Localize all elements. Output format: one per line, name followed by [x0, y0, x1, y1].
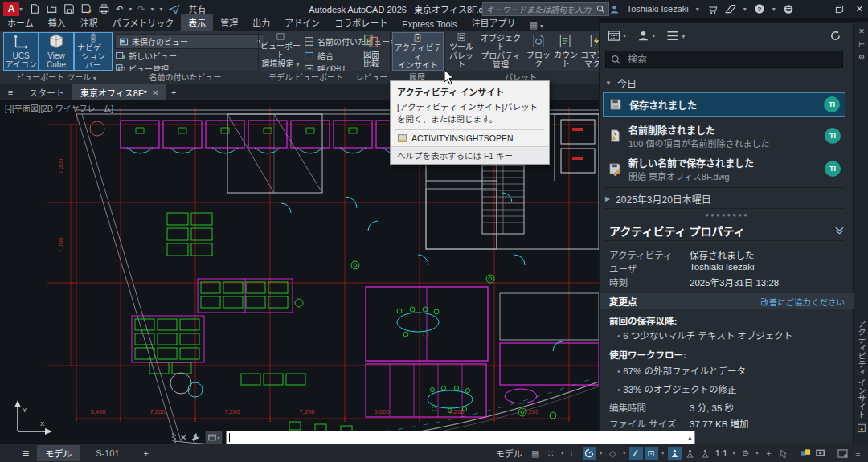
share-icon[interactable] — [169, 4, 180, 14]
properties-palette-button[interactable]: オブジェクトプロパティ管理 — [477, 32, 524, 69]
selection-cycling-toggle[interactable] — [777, 447, 791, 460]
close-palette-icon[interactable]: ✕ — [854, 27, 868, 35]
command-grip-handle[interactable] — [171, 432, 176, 444]
palette-search-box[interactable] — [605, 51, 843, 68]
new-view-button[interactable]: 新しいビュー — [115, 50, 177, 62]
tab-document[interactable]: 東京オフィス8F*✕ — [72, 84, 166, 100]
drawing-compare-button[interactable]: 図面比較 — [356, 32, 387, 69]
close-tab-icon[interactable]: ✕ — [152, 88, 158, 97]
app-menu-chevron-icon[interactable]: ▾ — [19, 6, 23, 13]
ortho-toggle[interactable]: ∟ — [567, 447, 581, 460]
ucs-icon-button[interactable]: UCSアイコン — [3, 32, 39, 71]
share-label[interactable]: 共有 — [189, 2, 207, 15]
join-viewports-button[interactable]: 結合 — [304, 50, 334, 62]
save-icon[interactable] — [63, 3, 75, 14]
palette-search-input[interactable] — [626, 53, 837, 66]
isolate-objects-button[interactable] — [799, 447, 813, 460]
autoscale-toggle[interactable] — [683, 447, 697, 460]
viewport-configuration-button[interactable]: ビューポート環境設定 ▾ — [260, 32, 301, 69]
otrack-toggle[interactable]: ∠ — [629, 447, 643, 460]
new-file-icon[interactable] — [29, 3, 40, 14]
count-palette-button[interactable]: カウント — [553, 32, 579, 69]
user-name[interactable]: Toshiaki Isezaki — [627, 4, 689, 14]
command-input[interactable]: ▲ — [226, 431, 695, 444]
viewcube-button[interactable]: ViewCube — [39, 32, 74, 71]
help-icon[interactable]: ? — [754, 3, 765, 14]
redo-dropdown-icon[interactable]: ▾ — [150, 6, 154, 13]
event-filter-button[interactable]: ▾ — [666, 31, 685, 42]
maximize-button[interactable] — [835, 5, 844, 14]
activity-item-saved-as[interactable]: 新しい名前で保存されました開始 東京オフィス8F.dwg TI — [603, 154, 845, 183]
undo-dropdown-icon[interactable]: ▾ — [129, 6, 132, 13]
scale-dropdown-icon[interactable]: ▾ — [731, 450, 737, 456]
workspace-settings-gear[interactable]: ⚙ — [739, 447, 752, 460]
activity-insights-button[interactable]: アクティビティインサイト — [392, 32, 444, 71]
annotation-scale-value[interactable]: 1:1 — [715, 448, 727, 458]
customization-menu-icon[interactable]: ≡ — [851, 447, 865, 460]
splitter-grip[interactable]: ●●●●●●●● — [600, 211, 854, 219]
tab-insert[interactable]: 挿入 — [41, 14, 73, 31]
avatar[interactable]: TI — [824, 96, 840, 112]
crosshair-toggle[interactable]: + — [762, 447, 776, 460]
autodesk-dropdown-icon[interactable]: ▾ — [743, 6, 747, 13]
snap-dropdown-icon[interactable]: ▾ — [559, 450, 566, 456]
navigation-bar-button[interactable]: ナビゲーションバー — [74, 32, 113, 71]
polar-tracking-toggle[interactable] — [583, 447, 596, 460]
grid-toggle[interactable]: ▦ — [529, 447, 542, 460]
new-tab-button[interactable]: + — [166, 84, 181, 100]
cart-icon[interactable] — [706, 4, 718, 14]
tab-manage[interactable]: 管理 — [213, 14, 245, 31]
customize-wrench-icon[interactable] — [190, 432, 201, 443]
avatar[interactable]: TI — [825, 128, 841, 144]
feedback-link[interactable]: 改善にご協力ください — [760, 296, 845, 308]
layout-menu-icon[interactable]: ≡ — [23, 447, 29, 460]
group-previous-day[interactable]: ▶2025年3月20日木曜日 — [605, 192, 843, 206]
date-filter-button[interactable]: ▾ — [608, 30, 626, 42]
save-as-icon[interactable] — [80, 3, 92, 14]
new-layout-button[interactable]: + — [136, 447, 157, 460]
group-today[interactable]: ▼今日 — [605, 76, 843, 90]
tab-collaborate[interactable]: コラボレート — [327, 14, 395, 31]
isodraft-toggle[interactable]: ◇ — [606, 447, 620, 460]
osnap-dropdown-icon[interactable]: ▾ — [660, 450, 666, 456]
panel-label-viewport-tools[interactable]: ビューポート ツール ▾ — [0, 71, 113, 84]
feedback-icon[interactable] — [783, 4, 794, 14]
user-filter-button[interactable]: ▾ — [637, 30, 655, 42]
tab-parametric[interactable]: パラメトリック — [105, 14, 182, 31]
close-command-icon[interactable]: ✕ — [180, 433, 186, 442]
autodesk-logo-icon[interactable] — [725, 4, 736, 14]
minimize-button[interactable]: — — [814, 4, 823, 14]
refresh-button[interactable] — [829, 30, 841, 42]
collapse-chevron-icon[interactable] — [834, 226, 845, 235]
annotation-scale-sync[interactable] — [698, 447, 712, 460]
annotation-visibility-toggle[interactable] — [668, 447, 682, 460]
isodraft-dropdown-icon[interactable]: ▾ — [621, 450, 628, 456]
close-button[interactable]: ✕ — [856, 4, 863, 14]
avatar[interactable]: TI — [825, 161, 841, 177]
tool-palettes-button[interactable]: ツールパレット — [447, 32, 476, 69]
ribbon-options-toggle[interactable]: ▦ ▾ — [530, 20, 543, 31]
tab-featured-apps[interactable]: 注目アプリ — [465, 14, 523, 31]
palette-settings-gear-icon[interactable]: ⚙ — [854, 53, 868, 61]
autohide-pin-icon[interactable]: ⊢ — [854, 40, 868, 48]
tab-home[interactable]: ホーム — [0, 14, 41, 31]
layout-tab-s101[interactable]: S-101 — [88, 447, 127, 460]
plot-icon[interactable] — [98, 3, 110, 14]
polar-dropdown-icon[interactable]: ▾ — [598, 450, 604, 456]
tab-express-tools[interactable]: Express Tools — [395, 18, 464, 31]
activity-item-purged[interactable]: 名前削除されました100 個の項目が名前削除されました TI — [603, 121, 845, 150]
help-dropdown-icon[interactable]: ▾ — [772, 6, 776, 13]
blocks-palette-button[interactable]: ブロック — [526, 32, 551, 69]
osnap-toggle[interactable]: ⊡ — [645, 447, 658, 460]
snap-toggle[interactable]: ∷ — [544, 447, 558, 460]
activity-item-saved[interactable]: 保存されました TI — [603, 92, 845, 117]
gear-dropdown-icon[interactable]: ▾ — [754, 450, 760, 456]
open-folder-icon[interactable] — [46, 3, 58, 14]
user-dropdown-icon[interactable]: ▾ — [696, 6, 699, 13]
recent-commands-button[interactable]: ▾ — [205, 431, 223, 444]
tab-start[interactable]: スタート — [21, 84, 72, 100]
tab-addins[interactable]: アドイン — [277, 14, 327, 31]
user-icon[interactable] — [609, 4, 620, 14]
tab-view[interactable]: 表示 — [181, 14, 213, 31]
file-tab-menu-icon[interactable]: ≡ — [0, 84, 21, 100]
